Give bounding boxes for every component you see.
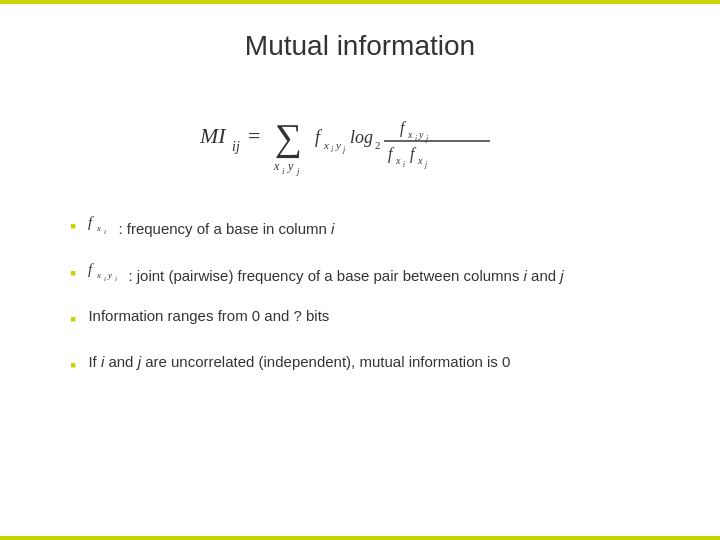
svg-text:i: i xyxy=(282,166,285,176)
svg-text:y: y xyxy=(107,270,112,280)
list-item: ▪ If i and j are uncorrelated (independe… xyxy=(70,351,650,379)
bottom-border xyxy=(0,536,720,540)
bullet-marker-3: ▪ xyxy=(70,306,76,333)
svg-text:j: j xyxy=(114,275,117,281)
svg-text:x: x xyxy=(96,270,101,280)
svg-text:f: f xyxy=(388,145,395,163)
svg-text:MI: MI xyxy=(200,123,227,148)
list-item: ▪ Information ranges from 0 and ? bits xyxy=(70,305,650,333)
bullet-marker-2: ▪ xyxy=(70,260,76,287)
svg-text:f: f xyxy=(88,261,94,277)
svg-text:∑: ∑ xyxy=(275,116,302,159)
svg-text:j: j xyxy=(342,145,346,154)
svg-text:x: x xyxy=(395,155,401,166)
svg-text:j: j xyxy=(425,134,428,143)
list-item: ▪ f x i : frequency of a base in column … xyxy=(70,212,650,241)
main-formula: MI ij = ∑ x i y j f x i y j log 2 f x i … xyxy=(200,95,520,180)
svg-text:log: log xyxy=(350,127,373,147)
bullet3-text: Information ranges from 0 and ? bits xyxy=(88,305,329,328)
bullet-marker-1: ▪ xyxy=(70,213,76,240)
bullet-marker-4: ▪ xyxy=(70,352,76,379)
svg-text:j: j xyxy=(296,166,300,176)
bullet4-text: If i and j are uncorrelated (independent… xyxy=(88,351,510,374)
svg-text:y: y xyxy=(287,159,294,173)
list-item: ▪ f x i y j : joint (pairwise) frequency… xyxy=(70,259,650,288)
svg-text:j: j xyxy=(424,160,427,169)
page-title: Mutual information xyxy=(70,30,650,62)
svg-text:f: f xyxy=(315,127,323,147)
bullet1-text: : frequency of a base in column i xyxy=(118,218,334,241)
svg-text:=: = xyxy=(248,123,260,148)
formula-fxiyj: f x i y j xyxy=(88,259,126,281)
svg-text:i: i xyxy=(331,145,333,154)
svg-text:f: f xyxy=(88,214,94,230)
svg-text:y: y xyxy=(335,139,341,151)
svg-text:x: x xyxy=(407,129,413,140)
bullet2-text: : joint (pairwise) frequency of a base p… xyxy=(128,265,563,288)
svg-text:x: x xyxy=(417,155,423,166)
bullet-text-1: f x i : frequency of a base in column i xyxy=(88,212,334,241)
svg-text:i: i xyxy=(104,275,106,281)
svg-text:ij: ij xyxy=(232,139,240,154)
svg-text:f: f xyxy=(400,119,407,137)
svg-text:i: i xyxy=(415,134,417,143)
formula-fxi: f x i xyxy=(88,212,116,234)
top-border xyxy=(0,0,720,4)
svg-text:i: i xyxy=(403,160,405,169)
bullet-list: ▪ f x i : frequency of a base in column … xyxy=(70,212,650,379)
formula-area: MI ij = ∑ x i y j f x i y j log 2 f x i … xyxy=(70,92,650,182)
svg-text:f: f xyxy=(410,145,417,163)
svg-text:2: 2 xyxy=(375,139,381,151)
bullet-text-2: f x i y j : joint (pairwise) frequency o… xyxy=(88,259,563,288)
svg-text:x: x xyxy=(323,139,329,151)
svg-text:x: x xyxy=(96,223,101,233)
svg-text:y: y xyxy=(418,129,424,140)
svg-text:x: x xyxy=(273,159,280,173)
svg-text:i: i xyxy=(104,228,106,234)
